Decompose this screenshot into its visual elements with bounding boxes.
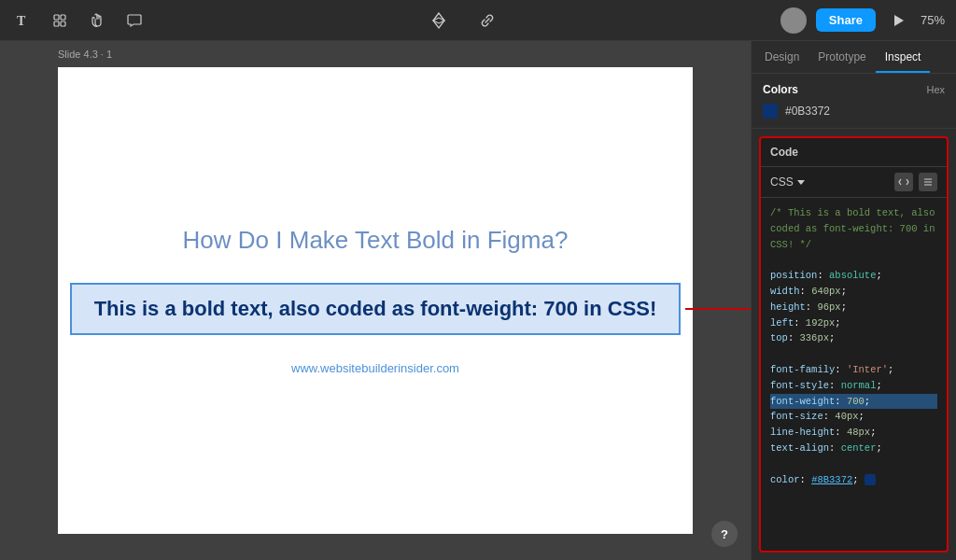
toolbar: T (0, 0, 956, 41)
canvas-slide: Slide 4.3 · 1 How Do I Make Text Bold in… (58, 67, 693, 534)
toolbar-center (146, 7, 780, 34)
code-line-height: height: 96px; (770, 300, 937, 315)
avatar (780, 7, 807, 34)
code-view-icon[interactable] (894, 173, 913, 191)
text-tool-icon[interactable]: T (11, 9, 34, 32)
code-line-fontfamily: font-family: 'Inter'; (770, 362, 937, 378)
svg-rect-1 (54, 15, 59, 20)
code-line-fontweight: font-weight: 700; (770, 394, 937, 410)
svg-rect-3 (54, 21, 59, 26)
toolbar-left: T (11, 9, 146, 32)
right-panel: Design Prototype Inspect Colors Hex #0B3… (751, 41, 956, 560)
code-blank-2 (770, 346, 937, 362)
components-icon[interactable] (426, 7, 452, 34)
panel-tabs: Design Prototype Inspect (752, 41, 956, 74)
code-line-lineheight: line-height: 48px; (770, 425, 937, 441)
code-blank-3 (770, 456, 937, 472)
code-list-icon[interactable] (919, 173, 937, 191)
code-line-textalign: text-align: center; (770, 441, 937, 456)
link-icon[interactable] (474, 7, 500, 34)
code-line-position: position: absolute; (770, 268, 937, 284)
tab-prototype[interactable]: Prototype (808, 41, 875, 73)
colors-format[interactable]: Hex (926, 84, 945, 95)
code-body[interactable]: /* This is a bold text, also coded as fo… (761, 198, 947, 551)
css-label: CSS (770, 175, 794, 189)
code-toolbar: CSS (761, 167, 947, 198)
comment-tool-icon[interactable] (123, 9, 146, 32)
zoom-label[interactable]: 75% (921, 13, 945, 27)
play-button[interactable] (885, 7, 911, 34)
code-icons (894, 173, 937, 191)
toolbar-right: Share 75% (780, 7, 945, 34)
code-line-top: top: 336px; (770, 330, 937, 346)
bold-text-box: This is a bold text, also coded as font-… (70, 283, 682, 336)
colors-title: Colors (763, 83, 798, 96)
css-dropdown[interactable]: CSS (770, 175, 805, 189)
svg-rect-4 (61, 21, 65, 26)
bold-text-content: This is a bold text, also coded as font-… (94, 296, 657, 323)
arrow-svg (685, 290, 751, 328)
code-line-left: left: 192px; (770, 315, 937, 331)
slide-label: Slide 4.3 · 1 (58, 49, 112, 60)
code-comment-3: CSS! */ (770, 237, 937, 253)
color-item: #0B3372 (763, 104, 945, 119)
svg-marker-8 (797, 180, 805, 185)
color-swatch (763, 104, 778, 119)
color-hex-value: #0B3372 (785, 105, 830, 118)
code-header: Code (761, 138, 947, 167)
help-button[interactable]: ? (711, 521, 738, 547)
code-line-color: color: #8B3372; (770, 472, 937, 488)
main-area: Slide 4.3 · 1 How Do I Make Text Bold in… (0, 41, 956, 560)
colors-header: Colors Hex (763, 83, 945, 96)
code-comment: /* This is a bold text, also (770, 205, 937, 221)
code-blank-1 (770, 252, 937, 268)
canvas[interactable]: Slide 4.3 · 1 How Do I Make Text Bold in… (0, 41, 751, 560)
code-label: Code (770, 146, 798, 159)
svg-rect-2 (61, 15, 65, 20)
code-line-fontstyle: font-style: normal; (770, 378, 937, 394)
hand-tool-icon[interactable] (86, 9, 108, 32)
slide-title: How Do I Make Text Bold in Figma? (183, 226, 569, 255)
tab-design[interactable]: Design (755, 41, 808, 73)
move-tool-icon[interactable] (49, 9, 71, 32)
website-url: www.websitebuilderinsider.com (291, 361, 459, 375)
share-button[interactable]: Share (816, 8, 876, 32)
svg-text:T: T (17, 14, 26, 28)
code-comment-2: coded as font-weight: 700 in (770, 221, 937, 237)
code-section: Code CSS (759, 136, 949, 553)
tab-inspect[interactable]: Inspect (876, 41, 931, 73)
colors-section: Colors Hex #0B3372 (752, 74, 956, 129)
code-line-width: width: 640px; (770, 284, 937, 300)
code-line-fontsize: font-size: 40px; (770, 409, 937, 425)
svg-marker-5 (894, 15, 904, 26)
